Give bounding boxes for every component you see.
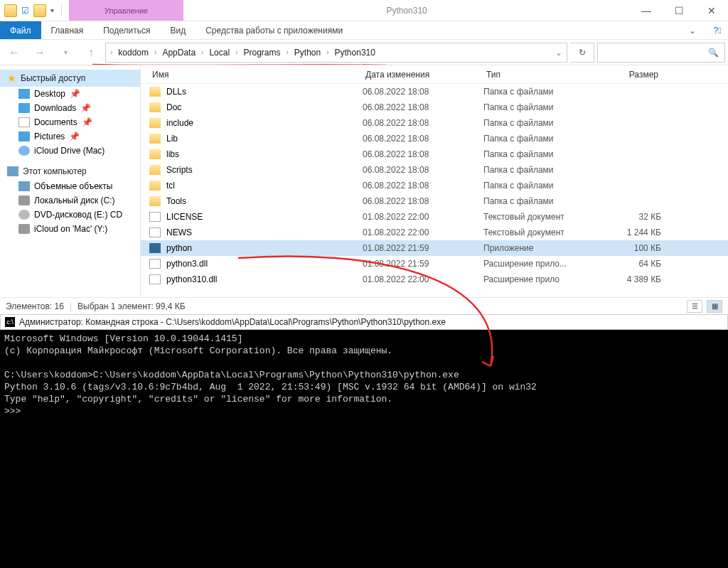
table-row[interactable]: python310.dll01.08.2022 22:00Расширение … (141, 272, 728, 287)
downloads-icon (18, 103, 30, 113)
sidebar-item-local-disk-c[interactable]: Локальный диск (C:) (0, 193, 140, 208)
file-name: Tools (166, 196, 363, 206)
table-row[interactable]: Lib06.08.2022 18:08Папка с файлами (141, 131, 728, 146)
qat-save-icon[interactable]: ☑ (21, 6, 29, 16)
nav-forward-button[interactable]: → (28, 43, 51, 63)
qat-sep (61, 4, 62, 17)
refresh-button[interactable]: ↻ (570, 43, 594, 63)
tab-home[interactable]: Главная (41, 21, 94, 39)
navigation-pane[interactable]: ★Быстрый доступ Desktop📌 Downloads📌 Docu… (0, 65, 141, 297)
column-date[interactable]: Дата изменения (363, 70, 483, 80)
sidebar-item-3d-objects[interactable]: Объемные объекты (0, 179, 140, 193)
help-icon[interactable]: ?⃝ (707, 21, 728, 39)
search-input[interactable]: 🔍 (597, 43, 725, 63)
pin-icon: 📌 (70, 89, 80, 99)
file-icon (149, 274, 161, 284)
table-row[interactable]: python01.08.2022 21:59Приложение100 КБ (141, 240, 728, 256)
ribbon-tabs: Файл Главная Поделиться Вид Средства раб… (0, 21, 728, 40)
column-type[interactable]: Тип (483, 70, 597, 80)
sidebar-item-downloads[interactable]: Downloads📌 (0, 101, 140, 115)
chevron-right-icon[interactable]: › (154, 48, 156, 56)
table-row[interactable]: python3.dll01.08.2022 21:59Расширение пр… (141, 256, 728, 272)
qat-chevron-icon[interactable]: ▾ (50, 6, 54, 14)
sidebar-item-label: iCloud Drive (Mac) (34, 146, 105, 156)
table-row[interactable]: LICENSE01.08.2022 22:00Текстовый докумен… (141, 209, 728, 225)
nav-back-button[interactable]: ← (3, 43, 26, 63)
sidebar-item-pictures[interactable]: Pictures📌 (0, 129, 140, 144)
sidebar-item-icloud-mac[interactable]: iCloud on 'Mac' (Y:) (0, 222, 140, 236)
window-title: Python310 (183, 0, 630, 21)
disc-icon (18, 210, 30, 220)
minimize-button[interactable]: — (630, 0, 663, 21)
console-output[interactable]: Microsoft Windows [Version 10.0.19044.14… (0, 330, 728, 568)
cloud-icon (18, 146, 30, 156)
column-size[interactable]: Размер (597, 70, 661, 80)
table-row[interactable]: tcl06.08.2022 18:08Папка с файлами (141, 178, 728, 193)
this-pc-header[interactable]: Этот компьютер (0, 164, 140, 179)
table-row[interactable]: Scripts06.08.2022 18:08Папка с файлами (141, 162, 728, 178)
quick-access-toolbar: ☑ ▾ (0, 0, 69, 21)
quick-access-header[interactable]: ★Быстрый доступ (0, 70, 140, 87)
file-type: Папка с файлами (483, 181, 597, 191)
status-item-count: Элементов: 16 (6, 301, 64, 311)
folder-icon (149, 181, 161, 191)
file-tab[interactable]: Файл (0, 21, 41, 39)
nav-up-button[interactable]: ↑ (80, 43, 102, 63)
folder-icon (149, 134, 161, 144)
table-row[interactable]: Tools06.08.2022 18:08Папка с файлами (141, 193, 728, 209)
breadcrumb-item[interactable]: Programs (240, 48, 283, 58)
sidebar-item-documents[interactable]: Documents📌 (0, 115, 140, 129)
ribbon-collapse-icon[interactable]: ⌄ (678, 21, 707, 39)
chevron-right-icon[interactable]: › (235, 48, 237, 56)
file-date: 06.08.2022 18:08 (363, 165, 483, 175)
tab-app-tools[interactable]: Средства работы с приложениями (196, 21, 353, 39)
file-date: 06.08.2022 18:08 (363, 181, 483, 191)
file-date: 06.08.2022 18:08 (363, 102, 483, 112)
file-type: Расширение прило (483, 274, 597, 284)
sidebar-item-icloud-drive[interactable]: iCloud Drive (Mac) (0, 144, 140, 158)
chevron-right-icon[interactable]: › (286, 48, 288, 56)
sidebar-item-desktop[interactable]: Desktop📌 (0, 87, 140, 101)
breadcrumb-item[interactable]: Python (291, 48, 323, 58)
table-row[interactable]: NEWS01.08.2022 22:00Текстовый документ1 … (141, 225, 728, 240)
column-headers[interactable]: Имя Дата изменения Тип Размер (141, 65, 728, 84)
tab-view[interactable]: Вид (160, 21, 196, 39)
view-large-icons-button[interactable]: ▦ (707, 300, 722, 313)
folder-icon[interactable] (33, 4, 46, 17)
column-name[interactable]: Имя (149, 70, 363, 80)
tab-share[interactable]: Поделиться (93, 21, 160, 39)
star-icon: ★ (7, 73, 16, 84)
nav-recent-button[interactable]: ▾ (54, 43, 77, 63)
chevron-right-icon[interactable]: › (326, 48, 328, 56)
sidebar-item-label: DVD-дисковод (E:) CD (34, 210, 122, 220)
chevron-right-icon[interactable]: › (201, 48, 203, 56)
file-name: LICENSE (166, 212, 363, 222)
breadcrumb-item[interactable]: Python310 (332, 48, 378, 58)
file-type: Текстовый документ (483, 212, 597, 222)
breadcrumb-item[interactable]: AppData (159, 48, 198, 58)
file-name: python3.dll (166, 259, 363, 269)
table-row[interactable]: include06.08.2022 18:08Папка с файлами (141, 115, 728, 131)
file-name: Scripts (166, 165, 363, 175)
table-row[interactable]: libs06.08.2022 18:08Папка с файлами (141, 146, 728, 162)
folder-icon (149, 87, 161, 97)
address-drop-icon[interactable]: ⌄ (555, 48, 562, 58)
address-bar: ← → ▾ ↑ › koddom › AppData › Local › Pro… (0, 40, 728, 65)
breadcrumb-item[interactable]: koddom (115, 48, 151, 58)
table-row[interactable]: Doc06.08.2022 18:08Папка с файлами (141, 100, 728, 115)
close-button[interactable]: ✕ (695, 0, 728, 21)
console-titlebar[interactable]: c:\ Администратор: Командная строка - C:… (0, 314, 728, 330)
file-rows[interactable]: DLLs06.08.2022 18:08Папка с файламиDoc06… (141, 84, 728, 297)
pin-icon: 📌 (80, 103, 91, 113)
breadcrumb[interactable]: › koddom › AppData › Local › Programs › … (105, 43, 567, 63)
sidebar-item-dvd-drive[interactable]: DVD-дисковод (E:) CD (0, 208, 140, 222)
breadcrumb-item[interactable]: Local (206, 48, 232, 58)
table-row[interactable]: DLLs06.08.2022 18:08Папка с файлами (141, 84, 728, 100)
desktop-icon (18, 89, 30, 99)
chevron-right-icon[interactable]: › (110, 48, 112, 56)
file-icon (149, 227, 161, 237)
maximize-button[interactable]: ☐ (663, 0, 695, 21)
view-details-button[interactable]: ☰ (687, 300, 702, 313)
file-size: 64 КБ (597, 259, 661, 269)
file-date: 01.08.2022 22:00 (363, 227, 483, 237)
